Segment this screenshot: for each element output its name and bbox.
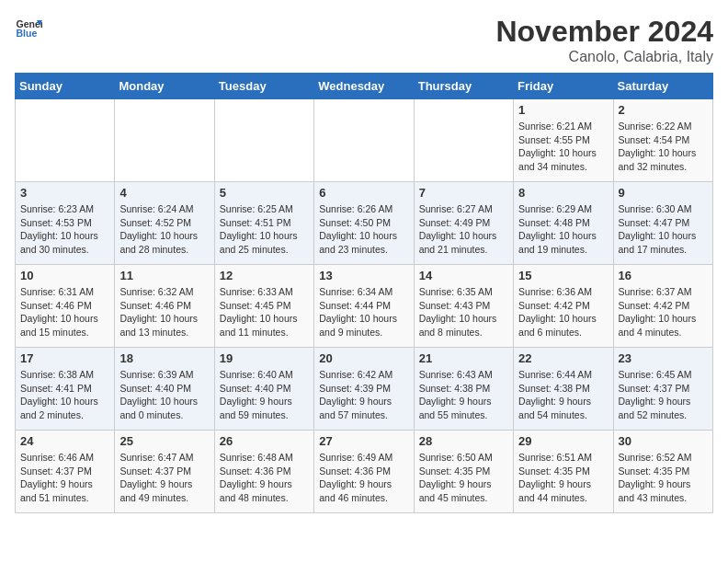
day-number: 2: [619, 103, 708, 117]
day-info: Sunrise: 6:25 AM Sunset: 4:51 PM Dayligh…: [220, 202, 309, 257]
day-number: 11: [119, 269, 209, 282]
day-cell: 6Sunrise: 6:26 AM Sunset: 4:50 PM Daylig…: [314, 182, 414, 265]
day-cell: 10Sunrise: 6:31 AM Sunset: 4:46 PM Dayli…: [16, 265, 115, 348]
day-info: Sunrise: 6:48 AM Sunset: 4:36 PM Dayligh…: [220, 451, 309, 505]
title-block: November 2024 Canolo, Calabria, Italy: [495, 15, 713, 65]
day-cell: 29Sunrise: 6:51 AM Sunset: 4:35 PM Dayli…: [514, 431, 613, 513]
day-number: 3: [20, 186, 109, 200]
day-number: 17: [20, 351, 109, 365]
header: General Blue November 2024 Canolo, Calab…: [15, 15, 713, 65]
day-number: 27: [319, 434, 408, 448]
day-cell: [16, 99, 115, 182]
day-info: Sunrise: 6:31 AM Sunset: 4:46 PM Dayligh…: [20, 285, 109, 339]
day-info: Sunrise: 6:24 AM Sunset: 4:52 PM Dayligh…: [119, 202, 209, 257]
day-info: Sunrise: 6:39 AM Sunset: 4:40 PM Dayligh…: [119, 368, 209, 422]
day-number: 21: [419, 351, 508, 365]
day-cell: 16Sunrise: 6:37 AM Sunset: 4:42 PM Dayli…: [613, 265, 712, 348]
week-row-1: 1Sunrise: 6:21 AM Sunset: 4:55 PM Daylig…: [16, 99, 713, 182]
day-info: Sunrise: 6:37 AM Sunset: 4:42 PM Dayligh…: [619, 285, 708, 339]
day-cell: 5Sunrise: 6:25 AM Sunset: 4:51 PM Daylig…: [214, 182, 313, 265]
weekday-header-thursday: Thursday: [414, 74, 513, 99]
day-info: Sunrise: 6:21 AM Sunset: 4:55 PM Dayligh…: [518, 120, 608, 174]
day-number: 28: [419, 434, 508, 448]
day-number: 12: [220, 269, 309, 282]
main-title: November 2024: [495, 15, 713, 49]
calendar-table: SundayMondayTuesdayWednesdayThursdayFrid…: [15, 73, 713, 513]
day-info: Sunrise: 6:26 AM Sunset: 4:50 PM Dayligh…: [319, 202, 408, 257]
day-cell: 22Sunrise: 6:44 AM Sunset: 4:38 PM Dayli…: [514, 348, 613, 431]
day-info: Sunrise: 6:42 AM Sunset: 4:39 PM Dayligh…: [319, 368, 408, 422]
day-info: Sunrise: 6:44 AM Sunset: 4:38 PM Dayligh…: [518, 368, 608, 422]
day-number: 22: [518, 351, 608, 365]
day-cell: 4Sunrise: 6:24 AM Sunset: 4:52 PM Daylig…: [115, 182, 214, 265]
day-number: 6: [319, 186, 408, 200]
day-cell: 2Sunrise: 6:22 AM Sunset: 4:54 PM Daylig…: [613, 99, 712, 182]
day-cell: 8Sunrise: 6:29 AM Sunset: 4:48 PM Daylig…: [514, 182, 613, 265]
day-info: Sunrise: 6:23 AM Sunset: 4:53 PM Dayligh…: [20, 202, 109, 257]
day-info: Sunrise: 6:49 AM Sunset: 4:36 PM Dayligh…: [319, 451, 408, 505]
day-cell: 24Sunrise: 6:46 AM Sunset: 4:37 PM Dayli…: [16, 431, 115, 513]
weekday-header-monday: Monday: [115, 74, 214, 99]
day-cell: 12Sunrise: 6:33 AM Sunset: 4:45 PM Dayli…: [214, 265, 313, 348]
weekday-header-tuesday: Tuesday: [214, 74, 313, 99]
subtitle: Canolo, Calabria, Italy: [495, 49, 713, 65]
day-cell: 9Sunrise: 6:30 AM Sunset: 4:47 PM Daylig…: [613, 182, 712, 265]
day-number: 15: [518, 269, 608, 282]
day-number: 7: [419, 186, 508, 200]
day-number: 8: [518, 186, 608, 200]
weekday-header-friday: Friday: [514, 74, 613, 99]
day-number: 20: [319, 351, 408, 365]
day-cell: 17Sunrise: 6:38 AM Sunset: 4:41 PM Dayli…: [16, 348, 115, 431]
day-info: Sunrise: 6:27 AM Sunset: 4:49 PM Dayligh…: [419, 202, 508, 257]
day-info: Sunrise: 6:38 AM Sunset: 4:41 PM Dayligh…: [20, 368, 109, 422]
day-number: 10: [20, 269, 109, 282]
day-number: 9: [619, 186, 708, 200]
day-info: Sunrise: 6:40 AM Sunset: 4:40 PM Dayligh…: [220, 368, 309, 422]
day-cell: [314, 99, 414, 182]
week-row-4: 17Sunrise: 6:38 AM Sunset: 4:41 PM Dayli…: [16, 348, 713, 431]
day-info: Sunrise: 6:52 AM Sunset: 4:35 PM Dayligh…: [619, 451, 708, 505]
day-cell: 3Sunrise: 6:23 AM Sunset: 4:53 PM Daylig…: [16, 182, 115, 265]
day-number: 19: [220, 351, 309, 365]
day-number: 29: [518, 434, 608, 448]
day-cell: 28Sunrise: 6:50 AM Sunset: 4:35 PM Dayli…: [414, 431, 513, 513]
day-cell: 13Sunrise: 6:34 AM Sunset: 4:44 PM Dayli…: [314, 265, 414, 348]
day-info: Sunrise: 6:22 AM Sunset: 4:54 PM Dayligh…: [619, 120, 708, 174]
day-info: Sunrise: 6:47 AM Sunset: 4:37 PM Dayligh…: [119, 451, 209, 505]
week-row-2: 3Sunrise: 6:23 AM Sunset: 4:53 PM Daylig…: [16, 182, 713, 265]
day-number: 24: [20, 434, 109, 448]
day-number: 18: [119, 351, 209, 365]
day-cell: 19Sunrise: 6:40 AM Sunset: 4:40 PM Dayli…: [214, 348, 313, 431]
day-cell: 26Sunrise: 6:48 AM Sunset: 4:36 PM Dayli…: [214, 431, 313, 513]
day-cell: 11Sunrise: 6:32 AM Sunset: 4:46 PM Dayli…: [115, 265, 214, 348]
day-number: 25: [119, 434, 209, 448]
day-info: Sunrise: 6:45 AM Sunset: 4:37 PM Dayligh…: [619, 368, 708, 422]
day-cell: 27Sunrise: 6:49 AM Sunset: 4:36 PM Dayli…: [314, 431, 414, 513]
day-info: Sunrise: 6:46 AM Sunset: 4:37 PM Dayligh…: [20, 451, 109, 505]
day-cell: 1Sunrise: 6:21 AM Sunset: 4:55 PM Daylig…: [514, 99, 613, 182]
day-number: 5: [220, 186, 309, 200]
day-cell: 25Sunrise: 6:47 AM Sunset: 4:37 PM Dayli…: [115, 431, 214, 513]
weekday-header-wednesday: Wednesday: [314, 74, 414, 99]
day-cell: 14Sunrise: 6:35 AM Sunset: 4:43 PM Dayli…: [414, 265, 513, 348]
weekday-header-row: SundayMondayTuesdayWednesdayThursdayFrid…: [16, 74, 713, 99]
week-row-5: 24Sunrise: 6:46 AM Sunset: 4:37 PM Dayli…: [16, 431, 713, 513]
day-cell: [214, 99, 313, 182]
day-cell: 21Sunrise: 6:43 AM Sunset: 4:38 PM Dayli…: [414, 348, 513, 431]
day-info: Sunrise: 6:34 AM Sunset: 4:44 PM Dayligh…: [319, 285, 408, 339]
day-number: 14: [419, 269, 508, 282]
day-number: 16: [619, 269, 708, 282]
day-number: 26: [220, 434, 309, 448]
day-info: Sunrise: 6:32 AM Sunset: 4:46 PM Dayligh…: [119, 285, 209, 339]
day-info: Sunrise: 6:35 AM Sunset: 4:43 PM Dayligh…: [419, 285, 508, 339]
logo-icon: General Blue: [15, 15, 42, 42]
week-row-3: 10Sunrise: 6:31 AM Sunset: 4:46 PM Dayli…: [16, 265, 713, 348]
logo: General Blue: [15, 15, 42, 42]
day-number: 13: [319, 269, 408, 282]
day-cell: [115, 99, 214, 182]
day-info: Sunrise: 6:50 AM Sunset: 4:35 PM Dayligh…: [419, 451, 508, 505]
weekday-header-sunday: Sunday: [16, 74, 115, 99]
day-cell: 7Sunrise: 6:27 AM Sunset: 4:49 PM Daylig…: [414, 182, 513, 265]
day-number: 4: [119, 186, 209, 200]
day-cell: [414, 99, 513, 182]
